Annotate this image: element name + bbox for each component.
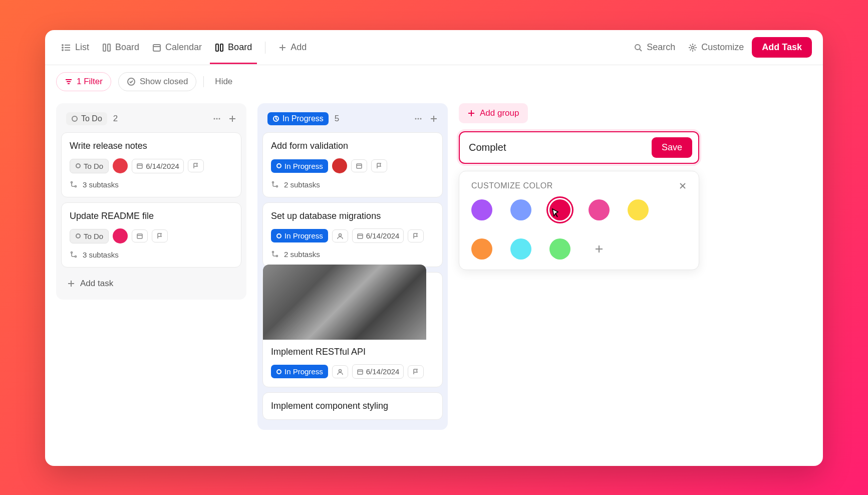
status-label: To Do (81, 114, 102, 123)
svg-point-41 (418, 118, 419, 120)
color-swatch-purple[interactable] (471, 199, 492, 220)
status-chip-todo[interactable]: To Do (66, 112, 107, 125)
tab-board[interactable]: Board (97, 38, 144, 57)
subtask-count: 2 subtasks (284, 250, 320, 259)
add-group-button[interactable]: Add group (459, 103, 528, 123)
subtask-icon (70, 181, 78, 189)
svg-rect-33 (137, 234, 142, 238)
date-value: 6/14/2024 (366, 231, 400, 240)
svg-point-23 (216, 118, 218, 120)
divider (203, 76, 204, 87)
svg-rect-46 (357, 164, 362, 168)
flag-icon (376, 162, 383, 169)
tab-board-active[interactable]: Board (210, 38, 257, 57)
avatar[interactable] (113, 228, 128, 243)
tab-calendar[interactable]: Calendar (147, 38, 207, 57)
color-swatch-yellow[interactable] (628, 199, 649, 220)
task-card[interactable]: Update README file To Do 3 subtasks (61, 202, 241, 268)
svg-point-32 (76, 234, 80, 238)
filter-button[interactable]: 1 Filter (56, 72, 111, 91)
avatar[interactable] (332, 158, 347, 173)
circle-icon (75, 163, 81, 169)
svg-point-51 (339, 233, 341, 236)
more-icon[interactable] (212, 114, 221, 123)
show-closed-label: Show closed (140, 77, 188, 87)
calendar-icon (136, 162, 143, 169)
color-swatch-cyan[interactable] (510, 238, 531, 260)
task-card[interactable]: Set up database migrations In Progress 6… (262, 202, 443, 267)
add-task-row[interactable]: Add task (61, 273, 241, 295)
task-card[interactable]: Write release notes To Do 6/14/2024 (61, 132, 241, 197)
svg-point-21 (72, 116, 77, 121)
status-chip[interactable]: In Progress (271, 159, 328, 173)
customize-button[interactable]: Customize (683, 38, 749, 57)
svg-rect-10 (216, 44, 218, 51)
add-group-label: Add group (480, 108, 519, 118)
toolbar: List Board Calendar Board Add Search Cus… (45, 30, 823, 65)
flag-icon (192, 162, 199, 169)
flag-field[interactable] (188, 159, 204, 172)
add-color-button[interactable] (589, 238, 610, 260)
color-swatch-blue[interactable] (510, 199, 531, 220)
svg-rect-28 (137, 164, 142, 168)
subtask-count: 2 subtasks (284, 180, 320, 189)
color-swatch-orange[interactable] (471, 238, 492, 260)
save-button[interactable]: Save (652, 137, 692, 158)
assignee-field[interactable] (332, 365, 348, 378)
column-todo: To Do 2 Write release notes To Do (56, 103, 246, 300)
more-icon[interactable] (414, 114, 423, 123)
status-chip-in-progress[interactable]: In Progress (267, 112, 329, 125)
status-label: In Progress (284, 367, 323, 376)
group-name-input[interactable] (466, 139, 647, 156)
avatar[interactable] (113, 158, 128, 173)
flag-field[interactable] (371, 159, 387, 172)
list-icon (61, 43, 71, 53)
svg-point-3 (62, 45, 63, 46)
assignee-field[interactable] (332, 229, 348, 242)
progress-icon (276, 233, 282, 239)
status-label: In Progress (284, 162, 323, 170)
search-button[interactable]: Search (629, 38, 680, 57)
svg-point-22 (214, 118, 215, 120)
card-title: Implement RESTful API (271, 347, 434, 357)
circle-icon (71, 115, 78, 122)
progress-icon (272, 115, 279, 122)
close-icon[interactable] (679, 182, 687, 190)
card-image (263, 265, 426, 340)
add-view-button[interactable]: Add (273, 38, 312, 57)
status-chip[interactable]: To Do (70, 159, 109, 173)
plus-icon (468, 110, 475, 117)
status-chip[interactable]: In Progress (271, 229, 328, 242)
hide-button[interactable]: Hide (211, 73, 236, 91)
task-card[interactable]: Implement component styling (262, 392, 443, 420)
card-title: Set up database migrations (271, 211, 434, 221)
task-card[interactable]: Implement RESTful API In Progress 6/14/2… (262, 272, 443, 387)
search-label: Search (647, 42, 675, 53)
date-field[interactable] (132, 229, 148, 242)
date-value: 6/14/2024 (146, 162, 179, 170)
color-swatch-green[interactable] (549, 238, 570, 260)
svg-point-30 (71, 181, 73, 183)
flag-field[interactable] (408, 365, 424, 378)
flag-field[interactable] (152, 229, 168, 242)
date-field[interactable]: 6/14/2024 (352, 364, 404, 379)
group-name-input-container: Save (459, 131, 699, 164)
add-group-section: Add group Save CUSTOMIZE COLOR (459, 103, 699, 270)
column-count: 2 (113, 114, 118, 124)
plus-icon[interactable] (228, 114, 236, 123)
flag-field[interactable] (408, 229, 424, 242)
date-field[interactable]: 6/14/2024 (132, 159, 184, 173)
tab-list[interactable]: List (56, 38, 94, 57)
show-closed-button[interactable]: Show closed (118, 72, 196, 91)
person-icon (337, 368, 344, 375)
plus-icon (278, 44, 286, 52)
status-chip[interactable]: In Progress (271, 365, 328, 378)
status-chip[interactable]: To Do (70, 229, 109, 243)
date-field[interactable]: 6/14/2024 (352, 228, 404, 243)
plus-icon[interactable] (430, 114, 438, 123)
color-swatch-magenta[interactable] (589, 199, 610, 220)
add-task-button[interactable]: Add Task (752, 37, 812, 58)
task-card[interactable]: Add form validation In Progress 2 subtas… (262, 132, 443, 197)
date-field[interactable] (351, 159, 367, 172)
svg-point-40 (415, 118, 417, 120)
